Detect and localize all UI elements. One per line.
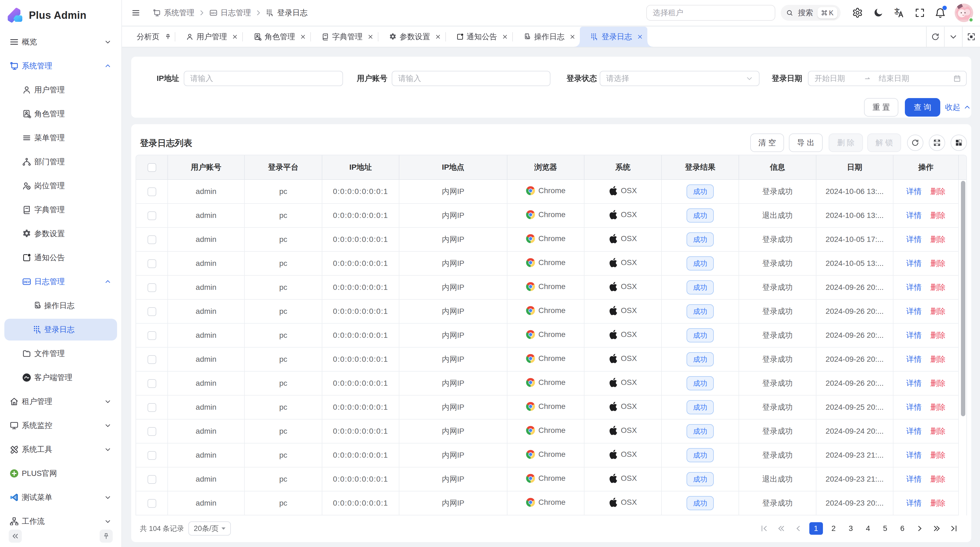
svg-text:文: 文 [894, 8, 900, 14]
svg-text:DEV: DEV [211, 12, 216, 14]
svg-text:DEV: DEV [24, 280, 30, 284]
